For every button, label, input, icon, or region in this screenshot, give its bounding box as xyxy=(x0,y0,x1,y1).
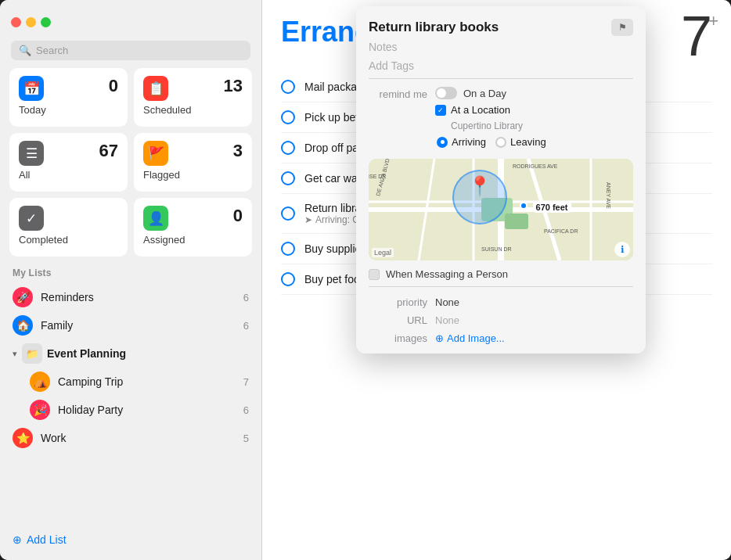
smart-list-today[interactable]: 📅 0 Today xyxy=(9,68,128,127)
toggle-knob xyxy=(437,88,446,98)
flag-button[interactable]: ⚑ xyxy=(611,19,633,36)
images-row: images ⊕ Add Image... xyxy=(356,329,646,354)
remind-me-row: remind me On a Day ✓ At a Location Cuper… xyxy=(356,79,646,156)
group-event-label: Event Planning xyxy=(47,347,126,360)
arriving-option[interactable]: Arriving xyxy=(437,136,486,148)
add-list-icon: ⊕ xyxy=(13,533,22,546)
completed-label: Completed xyxy=(19,234,118,246)
task-checkbox[interactable] xyxy=(281,110,295,124)
priority-value[interactable]: None xyxy=(435,296,459,308)
today-icon: 📅 xyxy=(19,76,44,101)
list-item-work[interactable]: ⭐ Work 5 xyxy=(5,424,257,452)
add-image-icon: ⊕ xyxy=(435,332,444,344)
on-a-day-toggle[interactable] xyxy=(435,87,457,99)
map-background: DE ANZA BLVD ANEY AVE RODRIGUES AVE RISE… xyxy=(369,159,633,260)
app-window: 🔍 Search 📅 0 Today 📋 13 Scheduled xyxy=(0,0,731,560)
search-box[interactable]: 🔍 Search xyxy=(11,41,250,60)
work-icon: ⭐ xyxy=(13,428,33,448)
group-event-planning[interactable]: ▾ 📁 Event Planning xyxy=(5,339,257,368)
task-checkbox[interactable] xyxy=(281,80,295,94)
remind-me-label: remind me xyxy=(369,87,427,100)
reminders-list-count: 6 xyxy=(243,292,249,303)
svg-text:PACIFICA DR: PACIFICA DR xyxy=(544,228,578,234)
work-count: 5 xyxy=(243,433,249,444)
add-list-button[interactable]: ⊕ Add List xyxy=(0,527,261,552)
smart-list-completed[interactable]: ✓ Completed xyxy=(9,198,128,257)
leaving-option[interactable]: Leaving xyxy=(495,136,546,148)
scheduled-icon: 📋 xyxy=(143,76,168,101)
top-controls: + xyxy=(708,11,718,31)
assigned-label: Assigned xyxy=(143,234,243,246)
holiday-party-icon: 🎉 xyxy=(30,400,50,420)
search-icon: 🔍 xyxy=(19,45,31,56)
smart-lists-grid: 📅 0 Today 📋 13 Scheduled ☰ 67 All xyxy=(0,68,261,257)
list-item-holiday-party[interactable]: 🎉 Holiday Party 6 xyxy=(5,396,257,424)
all-count: 67 xyxy=(99,141,118,161)
url-label: URL xyxy=(369,314,427,326)
messaging-label: When Messaging a Person xyxy=(386,268,508,280)
at-a-location-checkbox[interactable]: ✓ xyxy=(435,105,446,116)
reminders-list-icon: 🚀 xyxy=(13,287,33,307)
task-checkbox[interactable] xyxy=(281,272,295,286)
map-container[interactable]: DE ANZA BLVD ANEY AVE RODRIGUES AVE RISE… xyxy=(369,159,633,260)
task-checkbox[interactable] xyxy=(281,171,295,185)
at-a-location-row[interactable]: ✓ At a Location xyxy=(435,104,633,116)
detail-notes[interactable]: Notes xyxy=(356,36,646,58)
list-item-family[interactable]: 🏠 Family 6 xyxy=(5,311,257,339)
messaging-row: When Messaging a Person xyxy=(356,268,646,286)
map-drag-handle[interactable] xyxy=(520,202,528,210)
titlebar xyxy=(0,0,261,31)
on-a-day-label: On a Day xyxy=(463,88,506,99)
add-image-button[interactable]: ⊕ Add Image... xyxy=(435,332,505,344)
detail-panel: Return library books ⚑ Notes Add Tags re… xyxy=(356,6,646,354)
leaving-radio[interactable] xyxy=(495,137,506,148)
camping-trip-name: Camping Trip xyxy=(58,375,236,388)
map-info-button[interactable]: ℹ xyxy=(614,242,630,257)
list-item-reminders[interactable]: 🚀 Reminders 6 xyxy=(5,283,257,311)
camping-trip-count: 7 xyxy=(243,376,249,388)
assigned-icon: 👤 xyxy=(143,206,168,231)
url-value[interactable]: None xyxy=(435,314,459,326)
work-name: Work xyxy=(41,432,236,444)
svg-rect-10 xyxy=(505,214,528,229)
divider-2 xyxy=(369,286,633,287)
list-items-container: 🚀 Reminders 6 🏠 Family 6 ▾ 📁 Event Plann… xyxy=(0,283,261,524)
flagged-count: 3 xyxy=(233,141,243,161)
reminders-list-name: Reminders xyxy=(41,291,236,303)
minimize-button[interactable] xyxy=(26,17,36,27)
svg-text:SUISUN DR: SUISUN DR xyxy=(481,246,512,252)
close-button[interactable] xyxy=(11,17,21,27)
family-list-count: 6 xyxy=(243,320,249,332)
flag-icon: ⚑ xyxy=(618,22,627,33)
detail-header: Return library books ⚑ xyxy=(356,6,646,36)
svg-text:RODRIGUES AVE: RODRIGUES AVE xyxy=(513,163,558,169)
task-checkbox[interactable] xyxy=(281,242,295,256)
add-list-label: Add List xyxy=(27,533,67,546)
traffic-lights xyxy=(11,17,51,27)
task-checkbox[interactable] xyxy=(281,141,295,155)
detail-tags[interactable]: Add Tags xyxy=(356,58,646,78)
url-row: URL None xyxy=(356,311,646,329)
svg-text:RISE DR: RISE DR xyxy=(369,174,386,179)
messaging-checkbox[interactable] xyxy=(369,269,380,280)
add-task-button[interactable]: + xyxy=(708,11,718,31)
add-image-label: Add Image... xyxy=(447,332,505,344)
search-label: Search xyxy=(36,45,68,56)
flagged-icon: 🚩 xyxy=(143,141,168,166)
priority-label: priority xyxy=(369,296,427,308)
svg-text:ANEY AVE: ANEY AVE xyxy=(606,182,611,209)
group-event-icon: 📁 xyxy=(22,343,42,364)
smart-list-scheduled[interactable]: 📋 13 Scheduled xyxy=(134,68,252,127)
smart-list-all[interactable]: ☰ 67 All xyxy=(9,133,128,192)
arriving-radio[interactable] xyxy=(437,137,448,148)
family-list-icon: 🏠 xyxy=(13,315,33,336)
maximize-button[interactable] xyxy=(41,17,51,27)
arriving-label: Arriving xyxy=(452,136,486,148)
list-item-camping-trip[interactable]: ⛺ Camping Trip 7 xyxy=(5,368,257,396)
location-name: Cupertino Library xyxy=(435,120,633,131)
completed-icon: ✓ xyxy=(19,206,44,231)
images-label: images xyxy=(369,332,427,344)
smart-list-assigned[interactable]: 👤 0 Assigned xyxy=(134,198,252,257)
smart-list-flagged[interactable]: 🚩 3 Flagged xyxy=(134,133,252,192)
task-checkbox[interactable] xyxy=(281,206,295,221)
